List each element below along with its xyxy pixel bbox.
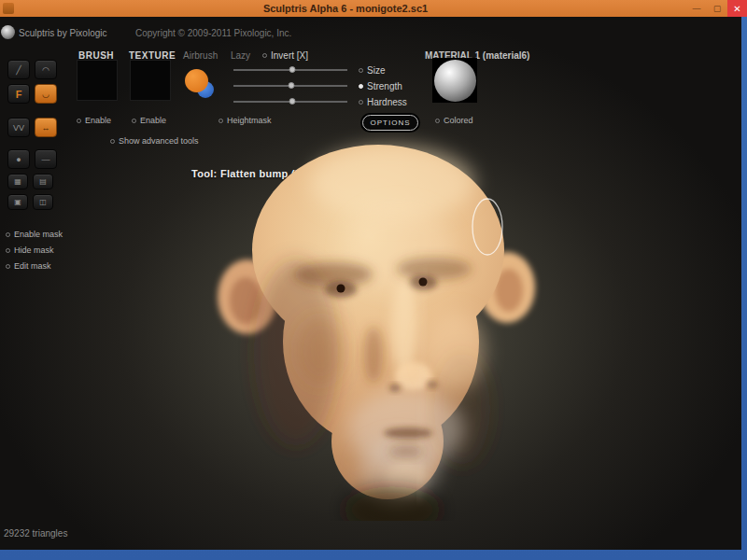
- tool-row-3: VV ↔: [7, 118, 57, 137]
- material-preview[interactable]: [432, 58, 477, 103]
- strength-slider-handle[interactable]: [289, 82, 295, 89]
- hide-mask-label: Hide mask: [14, 245, 54, 255]
- app-content: Sculptris by Pixologic Copyright © 2009-…: [0, 17, 741, 550]
- size-option[interactable]: Size: [359, 65, 385, 76]
- tool-row-4: ● —: [7, 149, 57, 169]
- sculpt-viewport-head[interactable]: [210, 129, 546, 521]
- tool-row-2: F ◡: [7, 84, 57, 104]
- hide-mask-radio-icon[interactable]: [6, 248, 10, 253]
- brand-text: Sculptris by Pixologic: [19, 28, 106, 38]
- hardness-radio-icon[interactable]: [359, 100, 363, 105]
- grab-tool-button[interactable]: ↔: [35, 118, 57, 137]
- minimize-button[interactable]: —: [686, 0, 707, 17]
- hardness-slider-handle[interactable]: [289, 98, 296, 105]
- strength-option[interactable]: Strength: [359, 81, 402, 91]
- strength-slider[interactable]: [233, 81, 347, 90]
- invert-radio-icon[interactable]: [262, 53, 267, 58]
- subdivide-tool-button[interactable]: ▤: [33, 174, 53, 189]
- sculptris-logo-icon: [1, 25, 15, 39]
- crease-tool-button[interactable]: VV: [7, 118, 30, 137]
- inflate-tool-button[interactable]: ●: [7, 149, 30, 169]
- colored-toggle[interactable]: Colored: [435, 116, 473, 125]
- draw-tool-button[interactable]: ╱: [7, 60, 30, 79]
- invert-toggle[interactable]: Invert [X]: [262, 50, 308, 61]
- pinch-tool-button[interactable]: —: [35, 149, 57, 169]
- colored-radio-icon[interactable]: [435, 119, 440, 123]
- hardness-option[interactable]: Hardness: [359, 97, 407, 107]
- wireframe-tool-button[interactable]: ◫: [33, 194, 53, 210]
- airbrush-icon[interactable]: [185, 69, 218, 103]
- texture-enable-radio-icon[interactable]: [132, 119, 136, 123]
- size-radio-icon[interactable]: [359, 68, 363, 73]
- material-sphere-icon: [434, 60, 476, 102]
- brush-enable-label: Enable: [85, 116, 111, 125]
- texture-enable-toggle[interactable]: Enable: [132, 116, 166, 125]
- brush-enable-radio-icon[interactable]: [77, 119, 81, 123]
- advanced-tools-radio-icon[interactable]: [110, 139, 115, 144]
- tool-row-1: ╱ ◠: [7, 60, 57, 79]
- enable-mask-toggle[interactable]: Enable mask: [6, 230, 63, 239]
- hide-mask-toggle[interactable]: Hide mask: [6, 245, 54, 255]
- window-title: Sculptris Alpha 6 - monigote2.sc1: [0, 3, 691, 14]
- strength-radio-icon[interactable]: [359, 84, 363, 89]
- advanced-tools-label: Show advanced tools: [119, 136, 199, 146]
- texture-preview[interactable]: [130, 60, 171, 101]
- maximize-button[interactable]: ▢: [707, 0, 727, 17]
- desktop: Sculptris Alpha 6 - monigote2.sc1 — ▢ ✕ …: [0, 0, 747, 560]
- brush-enable-toggle[interactable]: Enable: [77, 116, 111, 125]
- texture-enable-label: Enable: [140, 116, 166, 125]
- hardness-label: Hardness: [367, 97, 407, 107]
- tool-row-6: ▣ ◫: [7, 194, 53, 210]
- enable-mask-radio-icon[interactable]: [6, 232, 10, 237]
- mask-brush-tool-button[interactable]: ▣: [7, 194, 28, 210]
- flatten-tool-button[interactable]: F: [7, 84, 30, 104]
- size-slider-handle[interactable]: [289, 66, 296, 73]
- advanced-tools-toggle[interactable]: Show advanced tools: [110, 136, 199, 146]
- window-titlebar[interactable]: Sculptris Alpha 6 - monigote2.sc1 — ▢ ✕: [0, 0, 747, 17]
- size-slider[interactable]: [233, 65, 347, 74]
- heightmask-toggle[interactable]: Heightmask: [218, 116, 272, 125]
- heightmask-radio-icon[interactable]: [218, 119, 223, 123]
- smooth-tool-button[interactable]: ◡: [35, 84, 57, 104]
- edit-mask-radio-icon[interactable]: [6, 264, 10, 269]
- lazy-label[interactable]: Lazy: [231, 50, 250, 61]
- triangle-count: 29232 triangles: [4, 528, 67, 539]
- brush-preview[interactable]: [77, 60, 118, 101]
- colored-label: Colored: [444, 116, 473, 125]
- airbrush-label[interactable]: Airbrush: [183, 50, 218, 61]
- close-button[interactable]: ✕: [727, 0, 747, 17]
- airbrush-orange-circle-icon: [185, 69, 208, 92]
- strength-label: Strength: [367, 81, 402, 91]
- window-controls: — ▢ ✕: [686, 0, 747, 17]
- size-label: Size: [367, 65, 385, 76]
- clay-tool-button[interactable]: ◠: [35, 60, 57, 79]
- copyright-text: Copyright © 2009-2011 Pixologic, Inc.: [135, 28, 291, 38]
- heightmask-label: Heightmask: [227, 116, 272, 125]
- enable-mask-label: Enable mask: [14, 230, 63, 239]
- edit-mask-toggle[interactable]: Edit mask: [6, 261, 51, 271]
- reduce-brush-tool-button[interactable]: ▦: [7, 174, 28, 189]
- tool-row-5: ▦ ▤: [7, 174, 53, 189]
- edit-mask-label: Edit mask: [14, 261, 51, 271]
- hardness-slider[interactable]: [233, 97, 347, 105]
- invert-label: Invert [X]: [271, 50, 308, 61]
